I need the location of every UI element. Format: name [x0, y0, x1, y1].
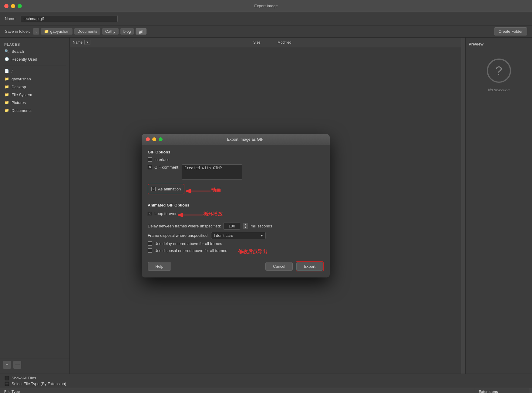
- col-size: Size: [253, 40, 278, 45]
- folder-icon-desktop: 📁: [4, 84, 9, 89]
- animation-arrow: [189, 186, 214, 196]
- as-animation-checkbox[interactable]: [151, 187, 156, 191]
- close-button[interactable]: [4, 4, 8, 8]
- sidebar-item-search[interactable]: 🔍 Search: [0, 47, 69, 55]
- disposal-label: Frame disposal where unspecified:: [148, 233, 209, 238]
- modal-minimize-button[interactable]: [152, 137, 156, 141]
- gif-comment-input[interactable]: Created with GIMP: [182, 164, 242, 180]
- show-all-files-checkbox[interactable]: [5, 376, 9, 380]
- filename-input[interactable]: [21, 15, 118, 22]
- modal-footer: Help Cancel Export: [148, 258, 324, 271]
- clock-icon: 🕒: [4, 57, 9, 62]
- select-file-type-checkbox[interactable]: [5, 382, 9, 386]
- delay-label: Delay between frames where unspecified:: [148, 224, 221, 228]
- filetype-section: File Type DDS image Digital Imaging and …: [0, 388, 532, 393]
- help-button[interactable]: Help: [148, 262, 171, 271]
- sidebar-item-root[interactable]: 📄 /: [0, 67, 69, 75]
- filetype-right: Extensions dds dcm,dicom eps fit,fits gi…: [474, 388, 529, 393]
- gif-options-title: GIF Options: [148, 150, 324, 154]
- disposal-value: I don't care: [214, 233, 233, 238]
- animated-section: Animated GIF Options Loop forever: [148, 203, 324, 255]
- minimize-button[interactable]: [11, 4, 15, 8]
- milliseconds-label: milliseconds: [251, 224, 272, 228]
- folder-icon-filesystem: 📁: [4, 92, 9, 97]
- use-disposal-checkbox[interactable]: [148, 248, 152, 253]
- breadcrumb-blog[interactable]: blog: [120, 28, 134, 35]
- disposal-dropdown[interactable]: I don't care ▾: [211, 232, 266, 239]
- ext-header: Extensions: [474, 388, 529, 393]
- window-title: Export Image: [254, 4, 278, 8]
- modal-title-bar: Export Image as GIF: [142, 134, 330, 145]
- sidebar: Places 🔍 Search 🕒 Recently Used 📄 / 📁 ga…: [0, 38, 70, 374]
- name-label: Name:: [5, 16, 16, 21]
- col-modified: Modified: [278, 40, 458, 45]
- name-sort-button[interactable]: ▾: [84, 40, 90, 45]
- export-annotation: 修改后点导出: [238, 249, 267, 255]
- top-name-bar: Name:: [0, 12, 532, 25]
- breadcrumb-gaoyushan[interactable]: 📁 gaoyushan: [41, 28, 72, 35]
- sidebar-item-pictures[interactable]: 📁 Pictures: [0, 99, 69, 106]
- save-in-label: Save in folder:: [5, 29, 30, 34]
- use-delay-row: Use delay entered above for all frames: [148, 241, 324, 246]
- window-controls: [4, 4, 22, 8]
- folder-icon-pictures: 📁: [4, 100, 9, 105]
- use-disposal-label: Use disposal entered above for all frame…: [154, 248, 227, 253]
- modal-title: Export Image as GIF: [165, 137, 325, 142]
- dropdown-chevron-icon: ▾: [261, 233, 263, 238]
- interlace-label: Interlace: [154, 157, 170, 162]
- question-mark-icon: ?: [495, 64, 502, 78]
- loop-annotation: 循环播放: [203, 211, 223, 217]
- loop-arrow: [181, 210, 206, 220]
- back-button[interactable]: ‹: [33, 28, 39, 35]
- modal-dialog: Export Image as GIF GIF Options Interlac…: [142, 134, 330, 277]
- maximize-button[interactable]: [18, 4, 22, 8]
- loop-forever-checkbox[interactable]: [148, 212, 152, 216]
- ext-scrollbar[interactable]: [529, 388, 532, 393]
- add-place-button[interactable]: +: [3, 361, 11, 369]
- sidebar-separator: [3, 65, 66, 65]
- file-list-header: Name ▾ Size Modified: [70, 38, 461, 47]
- file-scrollbar[interactable]: [461, 38, 465, 374]
- folder-icon-documents: 📁: [4, 108, 9, 113]
- sidebar-bottom: + —: [0, 359, 69, 371]
- export-button[interactable]: Export: [296, 262, 323, 271]
- show-all-files-row[interactable]: Show All Files: [5, 376, 527, 380]
- use-delay-label: Use delay entered above for all frames: [154, 241, 222, 246]
- remove-place-button[interactable]: —: [13, 361, 21, 369]
- breadcrumb-documents[interactable]: Documents: [74, 28, 100, 35]
- loop-forever-label: Loop forever: [154, 211, 177, 216]
- sidebar-item-recently-used[interactable]: 🕒 Recently Used: [0, 55, 69, 63]
- interlace-row: Interlace: [148, 157, 324, 162]
- sidebar-item-desktop[interactable]: 📁 Desktop: [0, 83, 69, 91]
- as-animation-label: As animation: [158, 187, 181, 191]
- modal-close-button[interactable]: [146, 137, 150, 141]
- use-delay-checkbox[interactable]: [148, 241, 152, 246]
- breadcrumb-bar: Save in folder: ‹ 📁 gaoyushan Documents …: [0, 25, 532, 38]
- delay-spinner[interactable]: ▲ ▼: [243, 223, 248, 229]
- filetype-left: File Type DDS image Digital Imaging and …: [0, 388, 474, 393]
- preview-icon: ?: [487, 59, 511, 83]
- sidebar-item-gaoyushan[interactable]: 📁 gaoyushan: [0, 75, 69, 83]
- delay-input[interactable]: [223, 223, 240, 230]
- breadcrumb-gif[interactable]: gif: [136, 28, 146, 35]
- gif-comment-checkbox[interactable]: [148, 165, 152, 169]
- no-selection-label: No selection: [488, 88, 510, 92]
- col-name: Name ▾: [73, 40, 253, 45]
- modal-maximize-button[interactable]: [159, 137, 163, 141]
- sidebar-item-filesystem[interactable]: 📁 File System: [0, 91, 69, 99]
- delay-down-button[interactable]: ▼: [243, 226, 248, 229]
- search-icon: 🔍: [4, 49, 9, 54]
- interlace-checkbox[interactable]: [148, 157, 152, 162]
- folder-icon: 📁: [4, 76, 9, 81]
- select-file-type-row[interactable]: Select File Type (By Extension): [5, 381, 527, 386]
- sidebar-item-documents[interactable]: 📁 Documents: [0, 106, 69, 114]
- loop-forever-section: Loop forever: [148, 211, 177, 216]
- preview-area: Preview ? No selection: [465, 38, 532, 374]
- create-folder-button[interactable]: Create Folder: [494, 27, 527, 35]
- gif-comment-row: GIF comment: Created with GIMP: [148, 164, 324, 180]
- disposal-row: Frame disposal where unspecified: I don'…: [148, 232, 324, 239]
- breadcrumb-cathy[interactable]: Cathy: [102, 28, 119, 35]
- use-disposal-row: Use disposal entered above for all frame…: [148, 248, 227, 253]
- cancel-button[interactable]: Cancel: [265, 262, 293, 271]
- delay-up-button[interactable]: ▲: [243, 223, 248, 226]
